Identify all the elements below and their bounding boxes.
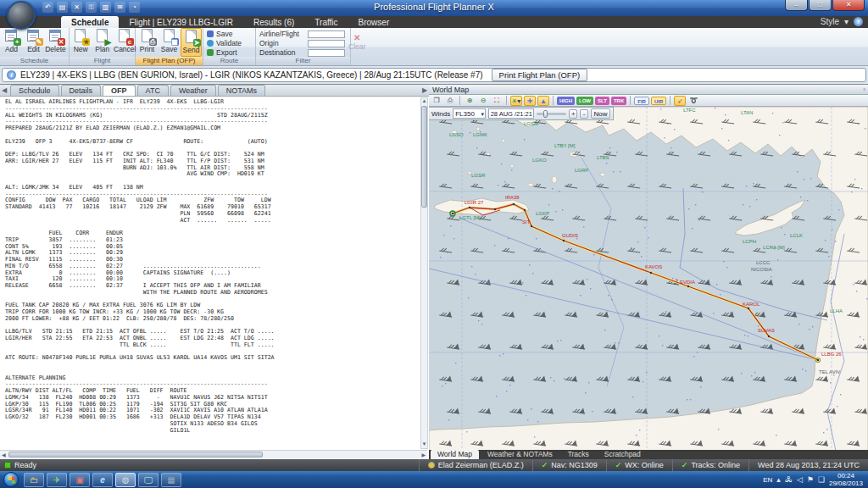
- cancel-flight-button[interactable]: c Cancel: [114, 28, 135, 57]
- winds-datetime-field[interactable]: 28 AUG /21:21: [488, 108, 534, 119]
- status-user[interactable]: Elad Zeierman (ELAD.Z.): [419, 459, 532, 471]
- route-export-button[interactable]: Export: [207, 48, 252, 57]
- style-chevron-icon[interactable]: ▾: [844, 17, 849, 26]
- doc-tab-notams[interactable]: NOTAMs: [218, 85, 265, 96]
- print-ofp-button[interactable]: ⎙ Print: [136, 28, 158, 57]
- ribbon-group-ofp: ⎙ Print ▦ Save ➤ Send Flight Plan (OFP): [136, 28, 203, 65]
- taskbar-monitor-icon[interactable]: 🖵: [138, 473, 159, 487]
- tab-schedule[interactable]: Schedule: [61, 16, 119, 28]
- send-ofp-button[interactable]: ➤ Send: [181, 28, 202, 57]
- winds-label: Winds: [431, 110, 450, 118]
- map-tab-weather-notams[interactable]: Weather & NOTAMs: [481, 450, 559, 459]
- tray-window-icon[interactable]: ❏: [818, 475, 825, 484]
- scroll-up-icon[interactable]: ▲: [421, 98, 427, 105]
- group-caption-schedule: Schedule: [0, 57, 69, 65]
- clear-filter-button[interactable]: ✕ Clear: [348, 33, 365, 57]
- airline-flight-input[interactable]: [308, 30, 345, 38]
- ofp-vscroll-thumb[interactable]: [421, 106, 427, 208]
- save-ofp-button[interactable]: ▦ Save: [159, 28, 180, 57]
- route-save-button[interactable]: Save: [207, 30, 252, 38]
- print-map-icon[interactable]: ⎙: [444, 96, 456, 106]
- map-tab-scratchpad[interactable]: Scratchpad: [598, 450, 648, 459]
- edit-button[interactable]: ✎ Edit: [23, 28, 44, 57]
- status-tracks[interactable]: ✓Tracks: Online: [672, 459, 748, 471]
- winds-now-button[interactable]: Now: [591, 108, 610, 119]
- pushpin-icon[interactable]: ➶: [674, 96, 686, 106]
- tabs-scroll-left-icon[interactable]: ◀: [0, 85, 8, 96]
- taskbar-clock[interactable]: 00:24 29/08/2013: [829, 472, 866, 487]
- ofp-hscroll-thumb[interactable]: [8, 452, 263, 458]
- new-flight-button[interactable]: ★ New: [70, 28, 92, 57]
- winds-time-slider[interactable]: [537, 113, 566, 115]
- tab-traffic[interactable]: Traffic: [304, 16, 348, 28]
- taskbar-explorer-icon[interactable]: 🗀: [24, 473, 44, 487]
- application-menu-orb[interactable]: [7, 1, 36, 30]
- tabs-scroll-right-icon[interactable]: ▶: [420, 85, 429, 96]
- airways-low-toggle[interactable]: LOW: [576, 97, 593, 105]
- taskbar-radio-icon[interactable]: ▦: [161, 473, 181, 487]
- status-wx[interactable]: ✓WX: Online: [606, 459, 672, 471]
- crosshair-toggle-icon[interactable]: ✛: [524, 96, 536, 106]
- print-flight-plan-button[interactable]: Print Flight Plan (OFP): [492, 69, 588, 81]
- doc-tab-ofp[interactable]: OFP: [103, 85, 136, 96]
- uir-toggle[interactable]: UIR: [651, 97, 666, 105]
- tab-results[interactable]: Results (6): [243, 16, 304, 28]
- volume-icon[interactable]: ◁: [797, 475, 803, 484]
- slider-knob[interactable]: [543, 110, 548, 118]
- map-label-ira38: IRA38: [505, 195, 520, 200]
- destination-input[interactable]: [308, 49, 345, 57]
- language-indicator[interactable]: EN: [763, 476, 772, 484]
- help-icon[interactable]: ?: [854, 17, 863, 26]
- airline-flight-label: Airline/Flight: [259, 30, 305, 38]
- ofp-horizontal-scrollbar[interactable]: ◀ ▶: [0, 450, 427, 458]
- map-label-lgsr: LGSR: [471, 173, 485, 178]
- minimize-button[interactable]: –: [785, 0, 808, 11]
- winds-minus-button[interactable]: -: [580, 109, 588, 119]
- taskbar-globe-app-icon[interactable]: ◍: [115, 473, 136, 487]
- doc-tab-weather[interactable]: Weather: [170, 85, 216, 96]
- scroll-down-icon[interactable]: ▼: [421, 441, 427, 448]
- winds-level-select[interactable]: FL350: [453, 108, 486, 119]
- start-button[interactable]: [3, 472, 19, 487]
- delete-button[interactable]: ✕ Delete: [45, 28, 66, 57]
- status-nav-cycle[interactable]: ✓Nav: NG1309: [532, 459, 606, 471]
- terrain-toggle-icon[interactable]: ▲: [537, 96, 549, 106]
- measure-route-icon[interactable]: ➰: [687, 96, 699, 106]
- winds-plus-button[interactable]: +: [569, 109, 577, 119]
- taskbar-flightplanner-icon[interactable]: ✈: [47, 473, 67, 487]
- style-dropdown[interactable]: Style: [821, 17, 839, 26]
- route-validate-button[interactable]: Validate: [207, 39, 252, 47]
- doc-tab-atc[interactable]: ATC: [137, 85, 169, 96]
- send-icon: ➤: [184, 30, 199, 45]
- airways-high-toggle[interactable]: HIGH: [557, 97, 575, 105]
- fit-selection-icon[interactable]: ⛶: [491, 96, 503, 106]
- trk-toggle[interactable]: TRK: [611, 97, 626, 105]
- scroll-right-icon[interactable]: ▶: [421, 452, 426, 458]
- tray-expand-icon[interactable]: ▴: [776, 475, 781, 484]
- doc-tab-details[interactable]: Details: [61, 85, 102, 96]
- plan-flight-button[interactable]: ▶ Plan: [92, 28, 114, 57]
- taskbar-app-icon[interactable]: ▣: [70, 473, 90, 487]
- tab-flight[interactable]: Flight | ELY239 LLBG-LGIR: [119, 16, 242, 28]
- scroll-left-icon[interactable]: ◀: [2, 452, 6, 458]
- ofp-vertical-scrollbar[interactable]: ▲ ▼: [420, 97, 428, 449]
- doc-tab-schedule[interactable]: Schedule: [10, 85, 59, 96]
- slt-toggle[interactable]: SLT: [595, 97, 609, 105]
- zoom-in-icon[interactable]: ⊕: [464, 96, 476, 106]
- flag-icon[interactable]: ⚑: [807, 475, 814, 484]
- map-tab-tracks[interactable]: Tracks: [561, 450, 596, 459]
- fir-toggle[interactable]: FIR: [634, 97, 649, 105]
- tab-browser[interactable]: Browser: [348, 16, 400, 28]
- close-button[interactable]: ✕: [832, 0, 865, 11]
- map-canvas[interactable]: LGIR 27IRA38SITGUDISKAVOSEVDIAKAROLSUVAS…: [429, 107, 868, 451]
- add-button[interactable]: + Add: [1, 28, 22, 57]
- network-icon[interactable]: 🖧: [785, 475, 793, 484]
- map-tab-worldmap[interactable]: World Map: [431, 450, 479, 459]
- new-window-icon[interactable]: ❐: [431, 96, 442, 106]
- zoom-out-icon[interactable]: ⊖: [477, 96, 489, 106]
- layers-toggle-icon[interactable]: ✳▾: [510, 96, 522, 106]
- panel-pin-icon[interactable]: ▫: [863, 86, 865, 93]
- taskbar-browser-icon[interactable]: e: [92, 473, 113, 487]
- origin-input[interactable]: [308, 40, 345, 47]
- maximize-button[interactable]: □: [809, 0, 832, 11]
